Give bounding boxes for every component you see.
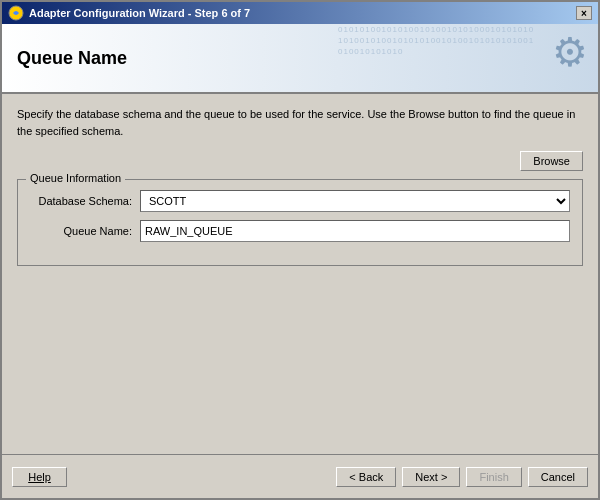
back-button[interactable]: < Back (336, 467, 396, 487)
cancel-button[interactable]: Cancel (528, 467, 588, 487)
queue-information-group: Queue Information Database Schema: SCOTT… (17, 179, 583, 266)
footer-right: < Back Next > Finish Cancel (336, 467, 588, 487)
window-title: Adapter Configuration Wizard - Step 6 of… (29, 7, 250, 19)
database-schema-select[interactable]: SCOTT (140, 190, 570, 212)
queue-name-input[interactable] (140, 220, 570, 242)
title-bar-left: Adapter Configuration Wizard - Step 6 of… (8, 5, 250, 21)
queue-name-label: Queue Name: (30, 225, 140, 237)
footer-left: Help (12, 467, 67, 487)
help-button[interactable]: Help (12, 467, 67, 487)
close-button[interactable]: × (576, 6, 592, 20)
next-button[interactable]: Next > (402, 467, 460, 487)
header-bg-text: 0101010010101001010010101000101010101010… (338, 24, 538, 58)
wizard-icon (8, 5, 24, 21)
finish-button[interactable]: Finish (466, 467, 521, 487)
title-bar: Adapter Configuration Wizard - Step 6 of… (2, 2, 598, 24)
database-schema-row: Database Schema: SCOTT (30, 190, 570, 212)
page-title: Queue Name (17, 48, 127, 69)
queue-name-row: Queue Name: (30, 220, 570, 242)
footer: Help < Back Next > Finish Cancel (2, 454, 598, 498)
browse-button[interactable]: Browse (520, 151, 583, 171)
header-banner: Queue Name 01010100101010010100101010001… (2, 24, 598, 94)
database-schema-label: Database Schema: (30, 195, 140, 207)
content-area: Specify the database schema and the queu… (2, 94, 598, 454)
wizard-window: Adapter Configuration Wizard - Step 6 of… (0, 0, 600, 500)
browse-row: Browse (17, 151, 583, 171)
description-text: Specify the database schema and the queu… (17, 106, 583, 139)
gear-icon: ⚙ (552, 29, 588, 75)
group-legend: Queue Information (26, 172, 125, 184)
